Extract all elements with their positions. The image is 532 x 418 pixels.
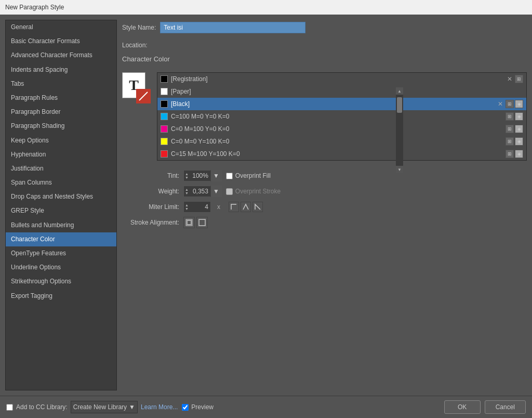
- miter-icon-2[interactable]: [241, 202, 251, 212]
- miter-spinner[interactable]: ▲ ▼ 4: [183, 201, 211, 213]
- grid-icon[interactable]: ⊞: [515, 75, 523, 83]
- sidebar-item-justification[interactable]: Justification: [6, 162, 116, 176]
- tint-down-arrow[interactable]: ▼: [185, 176, 189, 179]
- scrollbar[interactable]: ▲ ▼: [396, 87, 403, 161]
- list-item[interactable]: C=100 M=0 Y=0 K=0 ⊞ ◈: [157, 110, 526, 123]
- miter-up-arrow[interactable]: ▲: [185, 203, 189, 207]
- stroke-align-center[interactable]: [183, 217, 195, 228]
- cancel-button[interactable]: Cancel: [485, 400, 526, 414]
- color-tag-icon[interactable]: ◈: [515, 100, 523, 108]
- weight-arrows[interactable]: ▲ ▼: [184, 187, 190, 195]
- stroke-align-icons: [183, 217, 208, 228]
- scroll-thumb[interactable]: [397, 97, 402, 113]
- sidebar-item-advanced-char[interactable]: Advanced Character Formats: [6, 48, 116, 62]
- overprint-fill-label: Overprint Fill: [235, 172, 271, 179]
- miter-label: Miter Limit:: [122, 203, 179, 211]
- color-item-icons: ✕ ⊞ ◈: [496, 100, 523, 108]
- miter-icon-3[interactable]: [252, 202, 263, 212]
- grid-icon[interactable]: ⊞: [506, 150, 514, 158]
- overprint-stroke-row: Overprint Stroke: [226, 188, 281, 195]
- color-tag-icon[interactable]: ◈: [515, 150, 523, 158]
- svg-line-0: [139, 92, 148, 100]
- color-swatch: [161, 88, 168, 95]
- miter-icon-1[interactable]: [229, 202, 239, 212]
- sidebar-item-para-border[interactable]: Paragraph Border: [6, 105, 116, 119]
- weight-dropdown[interactable]: ▼: [210, 186, 221, 197]
- sidebar-item-opentype[interactable]: OpenType Features: [6, 246, 116, 260]
- sidebar-item-grep-style[interactable]: GREP Style: [6, 204, 116, 218]
- miter-arrows[interactable]: ▲ ▼: [184, 203, 190, 211]
- svg-rect-4: [199, 219, 205, 226]
- preview-checkbox[interactable]: [182, 404, 189, 411]
- overprint-stroke-checkbox[interactable]: [226, 188, 233, 195]
- bottom-bar: Add to CC Library: Create New Library ▼ …: [0, 396, 532, 418]
- style-name-row: Style Name:: [122, 20, 527, 35]
- location-row: Location:: [122, 41, 527, 50]
- location-label: Location:: [122, 42, 148, 49]
- remove-icon[interactable]: ✕: [496, 100, 504, 108]
- stroke-align-inside[interactable]: [196, 217, 208, 228]
- grid-icon[interactable]: ⊞: [506, 100, 514, 108]
- color-item-icons: ⊞ ◈: [506, 125, 523, 133]
- weight-down-arrow[interactable]: ▼: [185, 191, 189, 195]
- tint-up-arrow[interactable]: ▲: [185, 172, 189, 176]
- bottom-left: Add to CC Library: Create New Library ▼ …: [6, 401, 214, 413]
- sidebar-item-para-rules[interactable]: Paragraph Rules: [6, 91, 116, 105]
- sidebar-item-tabs[interactable]: Tabs: [6, 77, 116, 91]
- weight-up-arrow[interactable]: ▲: [185, 188, 189, 191]
- color-tag-icon[interactable]: ◈: [515, 125, 523, 133]
- sidebar-item-drop-caps[interactable]: Drop Caps and Nested Styles: [6, 190, 116, 204]
- sidebar-item-indents[interactable]: Indents and Spacing: [6, 63, 116, 77]
- color-tag-icon[interactable]: ◈: [515, 112, 523, 121]
- tint-arrows[interactable]: ▲ ▼: [184, 172, 190, 180]
- sidebar: GeneralBasic Character FormatsAdvanced C…: [5, 20, 117, 390]
- dialog-body: GeneralBasic Character FormatsAdvanced C…: [0, 15, 532, 396]
- grid-icon[interactable]: ⊞: [506, 125, 514, 133]
- miter-value: 4: [190, 202, 210, 212]
- tint-spinner[interactable]: ▲ ▼ 100% ▼: [183, 170, 222, 181]
- cc-library-dropdown[interactable]: Create New Library ▼: [71, 401, 138, 413]
- sidebar-item-bullets[interactable]: Bullets and Numbering: [6, 218, 116, 232]
- learn-more-link[interactable]: Learn More...: [141, 403, 178, 411]
- sidebar-item-general[interactable]: General: [6, 20, 116, 34]
- sidebar-item-hyphenation[interactable]: Hyphenation: [6, 148, 116, 162]
- grid-icon[interactable]: ⊞: [506, 112, 514, 121]
- sidebar-item-keep-options[interactable]: Keep Options: [6, 134, 116, 148]
- sidebar-item-para-shading[interactable]: Paragraph Shading: [6, 119, 116, 133]
- list-item-selected[interactable]: [Black] ✕ ⊞ ◈: [157, 98, 526, 110]
- cc-dropdown-arrow-icon: ▼: [129, 403, 135, 411]
- color-item-icons: ⊞ ◈: [506, 112, 523, 121]
- sidebar-item-strikethrough[interactable]: Strikethrough Options: [6, 275, 116, 289]
- list-item[interactable]: C=0 M=100 Y=0 K=0 ⊞ ◈: [157, 123, 526, 135]
- grid-icon[interactable]: ⊞: [506, 137, 514, 146]
- sidebar-item-span-columns[interactable]: Span Columns: [6, 176, 116, 190]
- remove-icon[interactable]: ✕: [506, 75, 514, 83]
- title-bar: New Paragraph Style: [0, 0, 532, 15]
- weight-spinner[interactable]: ▲ ▼ 0,353 ▼: [183, 186, 222, 197]
- overprint-fill-checkbox[interactable]: [226, 173, 233, 179]
- color-item-name: C=15 M=100 Y=100 K=0: [171, 150, 502, 158]
- color-tag-icon[interactable]: ◈: [515, 137, 523, 146]
- svg-rect-2: [187, 220, 191, 225]
- list-item[interactable]: [Paper]: [157, 85, 526, 98]
- list-item[interactable]: C=15 M=100 Y=100 K=0 ⊞ ◈: [157, 148, 526, 160]
- miter-row: Miter Limit: ▲ ▼ 4 x: [122, 201, 527, 213]
- color-item-icons: ✕ ⊞: [506, 75, 523, 83]
- sidebar-item-char-color[interactable]: Character Color: [6, 232, 116, 246]
- add-to-library-checkbox[interactable]: [6, 404, 13, 411]
- list-item[interactable]: [Registration] ✕ ⊞: [157, 73, 526, 85]
- style-name-input[interactable]: [160, 22, 305, 33]
- tint-dropdown[interactable]: ▼: [210, 170, 221, 181]
- create-new-library-text: Create New Library: [73, 403, 127, 411]
- color-item-icons: ⊞ ◈: [506, 150, 523, 158]
- sidebar-item-basic-char[interactable]: Basic Character Formats: [6, 34, 116, 48]
- sidebar-item-export[interactable]: Export Tagging: [6, 289, 116, 303]
- main-content: Style Name: Location: Character Color T: [122, 20, 527, 390]
- list-item[interactable]: C=0 M=0 Y=100 K=0 ⊞ ◈: [157, 135, 526, 148]
- weight-value: 0,353: [190, 187, 210, 196]
- ok-button[interactable]: OK: [444, 400, 481, 414]
- scroll-track: [396, 95, 403, 161]
- miter-down-arrow[interactable]: ▼: [185, 207, 189, 211]
- scroll-up-arrow[interactable]: ▲: [396, 87, 403, 95]
- sidebar-item-underline[interactable]: Underline Options: [6, 260, 116, 275]
